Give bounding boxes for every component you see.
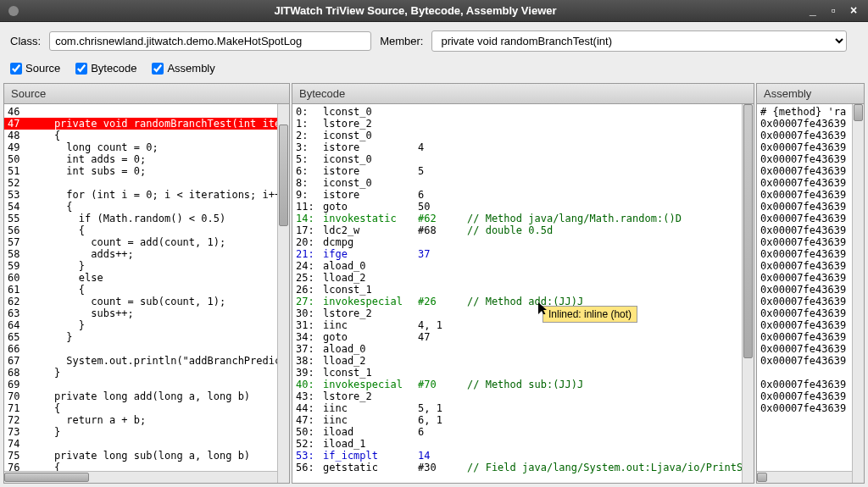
source-line[interactable]: 49 long count = 0; (4, 141, 289, 153)
bytecode-line[interactable]: 2:iconst_0 (292, 130, 754, 141)
source-line[interactable]: 58 adds++; (4, 248, 289, 260)
bytecode-line[interactable]: 38:lload_2 (292, 355, 754, 367)
bytecode-line[interactable]: 11:goto50 (292, 201, 754, 213)
bytecode-line[interactable]: 27:invokespecial#26// Method add:(JJ)J (292, 296, 754, 307)
assembly-line[interactable]: 0x00007fe43639 (757, 177, 864, 189)
assembly-line[interactable]: 0x00007fe43639 (757, 189, 864, 201)
minimize-button[interactable]: _ (805, 5, 821, 17)
source-line[interactable]: 64 } (4, 319, 289, 331)
assembly-line[interactable]: 0x00007fe43639 (757, 307, 864, 319)
assembly-line[interactable]: 0x00007fe43639 (757, 118, 864, 130)
assembly-line[interactable]: 0x00007fe43639 (757, 319, 864, 331)
source-line[interactable]: 47 private void randomBranchTest(int ite… (4, 118, 289, 130)
assembly-line[interactable]: 0x00007fe43639 (757, 165, 864, 177)
assembly-line[interactable]: 0x00007fe43639 (757, 260, 864, 272)
source-line[interactable]: 48 { (4, 130, 289, 141)
bytecode-line[interactable]: 20:dcmpg (292, 236, 754, 248)
assembly-line[interactable]: 0x00007fe43639 (757, 224, 864, 236)
assembly-line[interactable]: 0x00007fe43639 (757, 201, 864, 213)
assembly-checkbox-label[interactable]: Assembly (152, 62, 214, 75)
bytecode-line[interactable]: 31:iinc4, 1 (292, 319, 754, 331)
source-line[interactable]: 53 for (int i = 0; i < iterations; i++) (4, 189, 289, 201)
bytecode-line[interactable]: 1:lstore_2 (292, 118, 754, 130)
assembly-line[interactable]: 0x00007fe43639 (757, 153, 864, 165)
source-line[interactable]: 50 int adds = 0; (4, 153, 289, 165)
assembly-line[interactable]: 0x00007fe43639 (757, 343, 864, 355)
bytecode-line[interactable]: 9:istore6 (292, 189, 754, 201)
bytecode-line[interactable]: 26:lconst_1 (292, 284, 754, 296)
source-checkbox-label[interactable]: Source (10, 62, 60, 75)
bytecode-line[interactable]: 37:aload_0 (292, 343, 754, 355)
bytecode-line[interactable]: 0:lconst_0 (292, 106, 754, 118)
source-line[interactable]: 73 } (4, 426, 289, 438)
bytecode-line[interactable]: 47:iinc6, 1 (292, 414, 754, 426)
bytecode-line[interactable]: 17:ldc2_w#68// double 0.5d (292, 224, 754, 236)
source-line[interactable]: 46 (4, 106, 289, 118)
source-line[interactable]: 51 int subs = 0; (4, 165, 289, 177)
assembly-line[interactable]: 0x00007fe43639 (757, 379, 864, 390)
source-line[interactable]: 56 { (4, 224, 289, 236)
source-line[interactable]: 54 { (4, 201, 289, 213)
bytecode-line[interactable]: 8:iconst_0 (292, 177, 754, 189)
source-line[interactable]: 70 private long add(long a, long b) (4, 390, 289, 402)
bytecode-line[interactable]: 3:istore4 (292, 141, 754, 153)
bytecode-panel-body[interactable]: 0:lconst_01:lstore_22:iconst_03:istore45… (292, 104, 754, 483)
source-hscrollbar[interactable] (4, 471, 277, 483)
bytecode-line[interactable]: 6:istore5 (292, 165, 754, 177)
source-line[interactable]: 52 (4, 177, 289, 189)
bytecode-line[interactable]: 34:goto47 (292, 331, 754, 343)
assembly-line[interactable]: 0x00007fe43639 (757, 331, 864, 343)
assembly-vscrollbar[interactable] (852, 104, 864, 483)
source-line[interactable]: 72 return a + b; (4, 414, 289, 426)
bytecode-line[interactable]: 5:iconst_0 (292, 153, 754, 165)
assembly-hscrollbar[interactable] (757, 471, 852, 483)
assembly-line[interactable]: 0x00007fe43639 (757, 296, 864, 307)
bytecode-line[interactable]: 56:getstatic#30// Field java/lang/System… (292, 462, 754, 473)
class-input[interactable] (49, 31, 371, 51)
source-line[interactable]: 74 (4, 438, 289, 450)
source-line[interactable]: 60 else (4, 272, 289, 284)
bytecode-checkbox[interactable] (75, 63, 87, 75)
bytecode-line[interactable]: 40:invokespecial#70// Method sub:(JJ)J (292, 379, 754, 390)
bytecode-line[interactable]: 50:iload6 (292, 426, 754, 438)
assembly-line[interactable]: 0x00007fe43639 (757, 355, 864, 367)
source-panel-body[interactable]: 4647 private void randomBranchTest(int i… (4, 104, 289, 483)
member-select[interactable]: private void randomBranchTest(int) (431, 30, 847, 52)
source-line[interactable]: 71 { (4, 402, 289, 414)
source-line[interactable]: 62 count = sub(count, 1); (4, 296, 289, 307)
bytecode-line[interactable]: 25:lload_2 (292, 272, 754, 284)
assembly-line[interactable]: 0x00007fe43639 (757, 272, 864, 284)
assembly-line[interactable]: 0x00007fe43639 (757, 402, 864, 414)
bytecode-line[interactable]: 43:lstore_2 (292, 390, 754, 402)
bytecode-line[interactable]: 24:aload_0 (292, 260, 754, 272)
close-button[interactable]: × (846, 5, 861, 17)
source-line[interactable]: 75 private long sub(long a, long b) (4, 450, 289, 462)
bytecode-line[interactable]: 44:iinc5, 1 (292, 402, 754, 414)
assembly-line[interactable]: 0x00007fe43639 (757, 213, 864, 224)
source-line[interactable]: 61 { (4, 284, 289, 296)
assembly-checkbox[interactable] (152, 63, 164, 75)
assembly-line[interactable]: # {method} 'ra (757, 106, 864, 118)
assembly-line[interactable]: 0x00007fe43639 (757, 248, 864, 260)
source-checkbox[interactable] (10, 63, 22, 75)
assembly-line[interactable]: 0x00007fe43639 (757, 141, 864, 153)
assembly-line[interactable]: 0x00007fe43639 (757, 236, 864, 248)
source-line[interactable]: 59 } (4, 260, 289, 272)
assembly-panel-body[interactable]: # {method} 'ra0x00007fe436390x00007fe436… (757, 104, 864, 483)
source-line[interactable]: 55 if (Math.random() < 0.5) (4, 213, 289, 224)
source-line[interactable]: 67 System.out.println("addBranchPredict: (4, 355, 289, 367)
source-vscrollbar[interactable] (277, 104, 289, 483)
bytecode-vscrollbar[interactable] (742, 104, 754, 483)
bytecode-line[interactable]: 53:if_icmplt14 (292, 450, 754, 462)
source-line[interactable]: 68 } (4, 367, 289, 379)
assembly-line[interactable] (757, 367, 864, 379)
source-line[interactable]: 66 (4, 343, 289, 355)
bytecode-checkbox-label[interactable]: Bytecode (75, 62, 136, 75)
source-line[interactable]: 63 subs++; (4, 307, 289, 319)
bytecode-line[interactable]: 30:lstore_2 (292, 307, 754, 319)
assembly-line[interactable]: 0x00007fe43639 (757, 284, 864, 296)
bytecode-line[interactable]: 39:lconst_1 (292, 367, 754, 379)
bytecode-line[interactable]: 21:ifge37 (292, 248, 754, 260)
source-line[interactable]: 69 (4, 379, 289, 390)
assembly-line[interactable]: 0x00007fe43639 (757, 130, 864, 141)
